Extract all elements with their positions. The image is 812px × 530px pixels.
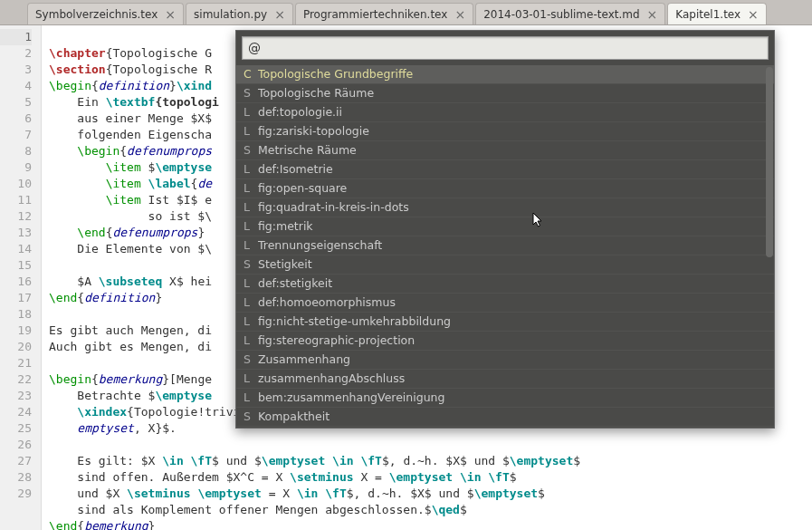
line-number: 17	[0, 290, 32, 306]
line-number: 6	[0, 111, 32, 127]
symbol-label: bem:zusammenhangVereinigung	[254, 390, 444, 404]
symbol-label: fig:nicht-stetige-umkehrabbildung	[254, 314, 451, 328]
goto-symbol-item[interactable]: L abgeschlossen01IstKompakt	[236, 427, 774, 428]
goto-symbol-list[interactable]: C Topologische GrundbegriffeS Topologisc…	[236, 65, 774, 428]
symbol-type: L	[244, 295, 254, 310]
line-number-gutter: 1234567891011121314151617181920212223242…	[0, 25, 42, 530]
goto-symbol-item[interactable]: L fig:zariski-topologie	[236, 122, 774, 141]
symbol-label: Kompaktheit	[254, 410, 330, 423]
close-icon[interactable]: ×	[647, 7, 658, 22]
goto-symbol-overlay: C Topologische GrundbegriffeS Topologisc…	[235, 30, 775, 429]
symbol-type: S	[244, 257, 254, 272]
goto-symbol-item[interactable]: S Stetigkeit	[236, 255, 774, 275]
symbol-label: fig:metrik	[254, 219, 313, 233]
symbol-type: L	[244, 333, 254, 348]
symbol-type: S	[244, 410, 254, 424]
tab-sublime-text-md[interactable]: 2014-03-01-sublime-text.md×	[475, 3, 665, 24]
line-number: 13	[0, 225, 32, 241]
line-number: 10	[0, 176, 32, 192]
symbol-label: fig:quadrat-in-kreis-in-dots	[254, 200, 409, 214]
line-number: 1	[0, 29, 32, 45]
tab-kapitel1[interactable]: Kapitel1.tex×	[667, 3, 767, 24]
line-number: 15	[0, 257, 32, 274]
symbol-type: L	[244, 124, 254, 139]
symbol-label: zusammenhangAbschluss	[254, 371, 405, 385]
close-icon[interactable]: ×	[748, 7, 759, 22]
symbol-type: S	[244, 86, 254, 101]
symbol-label: def:topologie.ii	[254, 105, 342, 119]
line-number: 16	[0, 274, 32, 290]
scrollbar-thumb[interactable]	[766, 67, 773, 257]
line-number: 27	[0, 453, 32, 469]
line-number: 11	[0, 192, 32, 208]
goto-symbol-item[interactable]: L fig:open-square	[236, 179, 774, 198]
symbol-type: L	[244, 314, 254, 329]
symbol-type: C	[244, 67, 254, 82]
line-number: 23	[0, 388, 32, 404]
symbol-label: Zusammenhang	[254, 352, 350, 366]
symbol-type: L	[244, 105, 254, 120]
symbol-type: L	[244, 181, 254, 196]
line-number: 5	[0, 94, 32, 111]
symbol-label: def:stetigkeit	[254, 276, 332, 290]
line-number: 8	[0, 143, 32, 159]
tab-symbolverzeichnis[interactable]: Symbolverzeichnis.tex×	[27, 3, 184, 24]
symbol-label: fig:open-square	[254, 181, 347, 195]
symbol-label: Topologische Grundbegriffe	[254, 67, 413, 81]
goto-symbol-item[interactable]: L fig:nicht-stetige-umkehrabbildung	[236, 313, 774, 332]
line-number: 22	[0, 371, 32, 388]
symbol-label: fig:zariski-topologie	[254, 124, 369, 138]
goto-symbol-item[interactable]: L def:homoeomorphismus	[236, 294, 774, 313]
symbol-type: S	[244, 352, 254, 367]
goto-symbol-item[interactable]: S Kompaktheit	[236, 408, 774, 427]
goto-symbol-item[interactable]: L def:Isometrie	[236, 160, 774, 179]
symbol-label: Topologische Räume	[254, 86, 374, 100]
goto-symbol-item[interactable]: L def:topologie.ii	[236, 103, 774, 122]
goto-symbol-item[interactable]: L fig:quadrat-in-kreis-in-dots	[236, 198, 774, 217]
line-number: 25	[0, 420, 32, 437]
symbol-label: Stetigkeit	[254, 257, 312, 271]
goto-symbol-item[interactable]: L Trennungseigenschaft	[236, 236, 774, 255]
line-number: 12	[0, 208, 32, 225]
line-number: 20	[0, 339, 32, 355]
symbol-label: def:Isometrie	[254, 162, 333, 176]
line-number: 19	[0, 323, 32, 339]
line-number: 9	[0, 159, 32, 176]
line-number: 3	[0, 62, 32, 78]
goto-symbol-item[interactable]: L fig:stereographic-projection	[236, 332, 774, 351]
goto-symbol-item[interactable]: S Metrische Räume	[236, 141, 774, 160]
close-icon[interactable]: ×	[274, 7, 285, 22]
symbol-type: L	[244, 390, 254, 405]
symbol-label: Trennungseigenschaft	[254, 238, 382, 252]
line-number: 29	[0, 486, 32, 502]
goto-symbol-item[interactable]: S Zusammenhang	[236, 351, 774, 370]
goto-symbol-item[interactable]: C Topologische Grundbegriffe	[236, 65, 774, 84]
close-icon[interactable]: ×	[165, 7, 176, 22]
goto-symbol-item[interactable]: L bem:zusammenhangVereinigung	[236, 389, 774, 408]
tab-simulation[interactable]: simulation.py×	[186, 3, 293, 24]
symbol-type: L	[244, 238, 254, 253]
symbol-type: S	[244, 143, 254, 158]
goto-symbol-item[interactable]: L def:stetigkeit	[236, 275, 774, 294]
symbol-type: L	[244, 219, 254, 234]
line-number: 14	[0, 241, 32, 257]
line-number: 26	[0, 437, 32, 453]
line-number: 4	[0, 78, 32, 94]
close-icon[interactable]: ×	[454, 7, 465, 22]
symbol-type: L	[244, 371, 254, 386]
goto-symbol-item[interactable]: L fig:metrik	[236, 217, 774, 236]
line-number: 7	[0, 127, 32, 143]
goto-symbol-input[interactable]	[242, 36, 769, 60]
symbol-label: fig:stereographic-projection	[254, 333, 415, 347]
line-number: 24	[0, 404, 32, 420]
goto-symbol-item[interactable]: S Topologische Räume	[236, 84, 774, 103]
symbol-label: def:homoeomorphismus	[254, 295, 396, 309]
line-number: 2	[0, 45, 32, 62]
goto-symbol-item[interactable]: L zusammenhangAbschluss	[236, 370, 774, 389]
tab-programmiertechniken[interactable]: Programmiertechniken.tex×	[295, 3, 473, 24]
line-number: 21	[0, 355, 32, 371]
symbol-type: L	[244, 162, 254, 177]
symbol-type: L	[244, 200, 254, 215]
symbol-label: Metrische Räume	[254, 143, 357, 157]
tab-bar: Symbolverzeichnis.tex× simulation.py× Pr…	[0, 0, 812, 25]
